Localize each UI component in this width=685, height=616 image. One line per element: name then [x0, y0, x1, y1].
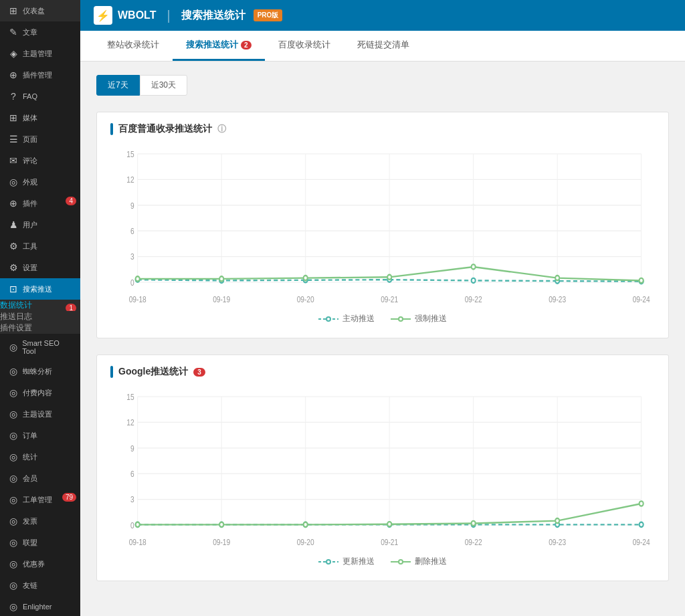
sidebar-item-appearance[interactable]: ◎外观	[0, 171, 80, 193]
sidebar-item-theme-mgmt[interactable]: ◈主题管理	[0, 43, 80, 64]
sidebar-icon-plugin-mgmt: ⊕	[8, 70, 19, 80]
sidebar-label-settings: 设置	[23, 263, 37, 273]
sidebar-icon-pages: ☰	[8, 134, 19, 144]
svg-text:3: 3	[130, 253, 134, 262]
sidebar-sub-item-plugin-settings[interactable]: 插件设置	[0, 322, 80, 334]
time-btn-近7天[interactable]: 近7天	[96, 75, 140, 96]
time-btn-近30天[interactable]: 近30天	[140, 75, 187, 96]
baidu-chart-container: 0369121509-1809-1909-2009-2109-2209-2309…	[110, 146, 655, 306]
sidebar-label-plugins: 插件	[23, 199, 37, 209]
svg-text:09-18: 09-18	[129, 538, 146, 546]
sidebar-icon-members: ◎	[8, 473, 19, 484]
svg-point-76	[640, 522, 644, 527]
sidebar-item-tools[interactable]: ⚙工具	[0, 235, 80, 257]
svg-point-30	[472, 278, 476, 283]
sidebar-label-search-push: 搜索推送	[23, 284, 52, 294]
svg-point-82	[555, 518, 559, 523]
sidebar-label-appearance: 外观	[23, 177, 37, 187]
sidebar-icon-theme-settings: ◎	[8, 409, 19, 419]
svg-text:09-24: 09-24	[633, 538, 650, 546]
sidebar-icon-paid-content: ◎	[8, 387, 19, 398]
sidebar-label-ticket-mgmt: 工单管理	[23, 495, 52, 505]
google-title-bar-icon	[110, 366, 113, 378]
main-content: ⚡ WBOLT | 搜索推送统计 PRO版 整站收录统计搜索推送统计2百度收录统…	[80, 0, 685, 616]
pro-badge: PRO版	[254, 9, 283, 21]
sidebar-label-faq: FAQ	[23, 92, 37, 100]
svg-text:09-22: 09-22	[465, 538, 482, 546]
svg-point-36	[387, 275, 391, 280]
sidebar-badge-plugins: 4	[66, 197, 76, 205]
baidu-chart-label: 百度普通收录推送统计	[118, 123, 212, 135]
sidebar-item-pages[interactable]: ☰页面	[0, 128, 80, 150]
sidebar-icon-coupons: ◎	[8, 558, 19, 569]
sidebar-icon-orders: ◎	[8, 430, 19, 441]
svg-point-81	[472, 521, 476, 526]
sidebar-item-members[interactable]: ◎会员	[0, 468, 80, 489]
baidu-svg: 0369121509-1809-1909-2009-2109-2209-2309…	[110, 146, 655, 306]
tab-baidu-index[interactable]: 百度收录统计	[265, 31, 344, 61]
svg-text:09-19: 09-19	[213, 538, 230, 546]
sidebar-item-alliance[interactable]: ◎联盟	[0, 532, 80, 553]
svg-point-39	[640, 278, 644, 283]
sidebar-item-comments[interactable]: ✉评论	[0, 150, 80, 171]
sidebar-item-search-push[interactable]: ⊡搜索推送	[0, 278, 80, 300]
sidebar-item-plugin-mgmt[interactable]: ⊕插件管理	[0, 64, 80, 86]
svg-point-83	[640, 501, 644, 506]
sidebar-badge-ticket-mgmt: 79	[62, 493, 76, 502]
sidebar-label-spider: 蜘蛛分析	[23, 367, 52, 377]
sidebar-item-smart-seo[interactable]: ◎Smart SEO Tool	[0, 334, 80, 361]
svg-text:09-20: 09-20	[297, 538, 314, 546]
svg-text:9: 9	[130, 444, 134, 453]
sidebar-item-theme-settings[interactable]: ◎主题设置	[0, 403, 80, 425]
sidebar-label-coupons: 优惠券	[23, 559, 45, 569]
sidebar-label-stats: 统计	[23, 452, 37, 462]
google-chart-badge: 3	[193, 368, 205, 377]
sidebar-icon-alliance: ◎	[8, 537, 19, 548]
sidebar-label-pages: 页面	[23, 134, 37, 144]
sidebar-sub-item-push-log[interactable]: 推送日志	[0, 311, 80, 322]
sidebar-item-users[interactable]: ♟用户	[0, 214, 80, 235]
svg-point-77	[136, 522, 140, 527]
tab-search-push[interactable]: 搜索推送统计2	[173, 31, 265, 61]
baidu-legend-active: 主动推送	[318, 313, 375, 324]
sidebar-item-faq[interactable]: ?FAQ	[0, 86, 80, 107]
sidebar-label-friend-links: 友链	[23, 581, 37, 591]
tab-site-index[interactable]: 整站收录统计	[94, 31, 173, 61]
sidebar-item-plugins[interactable]: ⊕插件4	[0, 193, 80, 214]
svg-text:09-23: 09-23	[549, 295, 566, 304]
topbar: ⚡ WBOLT | 搜索推送统计 PRO版	[80, 0, 685, 31]
tab-dead-links[interactable]: 死链提交清单	[344, 31, 423, 61]
sidebar-item-dashboard[interactable]: ⊞仪表盘	[0, 0, 80, 21]
sidebar-item-coupons[interactable]: ◎优惠券	[0, 553, 80, 575]
google-legend-update: 更新推送	[318, 556, 375, 567]
sidebar-item-media[interactable]: ⊞媒体	[0, 107, 80, 128]
google-legend-delete: 删除推送	[391, 556, 447, 567]
sidebar-icon-stats: ◎	[8, 451, 19, 462]
sidebar-item-friend-links[interactable]: ◎友链	[0, 575, 80, 596]
sidebar-item-stats[interactable]: ◎统计	[0, 446, 80, 468]
google-legend-delete-label: 删除推送	[415, 556, 447, 567]
svg-text:9: 9	[130, 201, 134, 210]
help-icon[interactable]: ⓘ	[217, 123, 226, 135]
svg-text:09-22: 09-22	[465, 295, 482, 304]
sidebar-label-alliance: 联盟	[23, 538, 37, 548]
svg-text:09-18: 09-18	[129, 295, 146, 304]
svg-point-35	[304, 276, 308, 280]
sidebar-item-settings[interactable]: ⚙设置	[0, 257, 80, 278]
sidebar-label-paid-content: 付费内容	[23, 388, 52, 398]
sidebar-item-enlighter[interactable]: ◎Enlighter	[0, 596, 80, 616]
svg-text:09-21: 09-21	[381, 538, 398, 546]
sidebar-item-articles[interactable]: ✎文章	[0, 21, 80, 43]
sidebar-item-paid-content[interactable]: ◎付费内容	[0, 382, 80, 403]
sidebar-item-invoice[interactable]: ◎发票	[0, 510, 80, 532]
google-svg: 0369121509-1809-1909-2009-2109-2209-2309…	[110, 389, 655, 549]
topbar-logo: ⚡ WBOLT	[94, 6, 156, 25]
svg-text:12: 12	[126, 418, 134, 427]
sidebar-sub-item-data-stats[interactable]: 数据统计1	[0, 300, 80, 311]
sidebar-item-ticket-mgmt[interactable]: ◎工单管理79	[0, 489, 80, 510]
sidebar-item-orders[interactable]: ◎订单	[0, 425, 80, 446]
sidebar-icon-spider: ◎	[8, 366, 19, 377]
sidebar-sub-label: 推送日志	[0, 311, 32, 322]
sidebar-icon-smart-seo: ◎	[8, 342, 18, 352]
sidebar-item-spider[interactable]: ◎蜘蛛分析	[0, 361, 80, 382]
